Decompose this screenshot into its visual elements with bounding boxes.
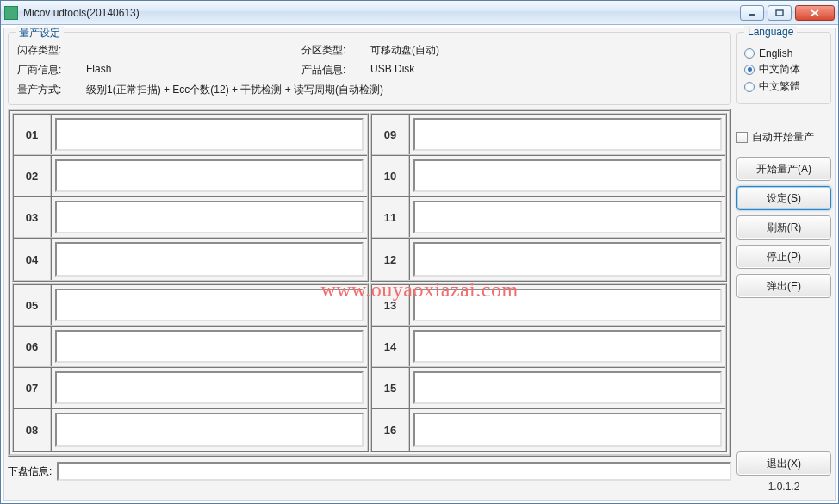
language-legend: Language [744, 26, 797, 38]
app-window: Micov udtools(20140613) 量产设定 闪存类型: 分 [0, 0, 839, 504]
slot-body [413, 289, 722, 321]
slot-number: 07 [14, 368, 52, 408]
slot-07[interactable]: 07 [14, 368, 367, 409]
slot-number: 06 [14, 327, 52, 366]
slot-11[interactable]: 11 [372, 197, 725, 239]
slot-number: 16 [372, 409, 410, 451]
lang-option-simplified[interactable]: 中文简体 [744, 62, 823, 77]
slot-09[interactable]: 09 [372, 115, 725, 156]
slot-number: 05 [14, 285, 52, 325]
lang-option-traditional[interactable]: 中文繁體 [744, 79, 823, 94]
slot-body [55, 118, 364, 151]
slot-14[interactable]: 14 [372, 327, 725, 368]
flash-type-value [86, 43, 301, 58]
slot-body [55, 413, 364, 447]
settings-button[interactable]: 设定(S) [736, 186, 831, 210]
eject-button[interactable]: 弹出(E) [736, 274, 831, 298]
slot-number: 10 [372, 156, 410, 196]
slot-body [413, 413, 722, 447]
minimize-button[interactable] [740, 5, 764, 21]
radio-icon [744, 48, 755, 59]
slots-grid: 01 02 03 04 09 10 11 12 05 06 [8, 109, 731, 457]
slot-body [413, 201, 722, 233]
slot-body [55, 371, 364, 404]
lang-option-label: 中文繁體 [759, 79, 800, 94]
refresh-button[interactable]: 刷新(R) [736, 215, 831, 240]
slot-15[interactable]: 15 [372, 368, 725, 409]
lang-option-label: English [759, 47, 792, 59]
product-label: 产品信息: [301, 63, 370, 78]
slot-body [413, 371, 722, 404]
slot-08[interactable]: 08 [14, 409, 367, 451]
partition-type-label: 分区类型: [301, 43, 370, 58]
slot-02[interactable]: 02 [14, 156, 367, 197]
checkbox-icon [736, 132, 748, 143]
settings-legend: 量产设定 [16, 26, 64, 40]
auto-start-label: 自动开始量产 [752, 130, 814, 145]
app-icon [4, 6, 18, 20]
slot-body [413, 159, 722, 192]
version-label: 1.0.1.2 [736, 481, 831, 496]
slot-03[interactable]: 03 [14, 197, 367, 239]
slot-body [413, 330, 722, 363]
slot-05[interactable]: 05 [14, 285, 367, 327]
language-group: Language English 中文简体 中文繁體 [736, 32, 831, 104]
product-value: USB Disk [370, 63, 414, 78]
slot-number: 14 [372, 327, 410, 366]
production-settings-group: 量产设定 闪存类型: 分区类型: 可移动盘(自动) 厂商信息: Flash 产品… [8, 32, 731, 105]
slot-body [55, 201, 364, 233]
exit-button[interactable]: 退出(X) [736, 451, 831, 476]
auto-start-checkbox[interactable]: 自动开始量产 [736, 130, 831, 145]
flash-type-label: 闪存类型: [17, 43, 86, 58]
slot-number: 02 [14, 156, 52, 196]
slot-number: 03 [14, 197, 52, 237]
slot-number: 13 [372, 285, 410, 325]
lang-option-label: 中文简体 [759, 62, 800, 77]
radio-icon [744, 82, 755, 92]
vendor-value: Flash [86, 63, 301, 78]
radio-icon [744, 65, 755, 75]
slots-col-4: 13 14 15 16 [370, 283, 727, 452]
client-area: 量产设定 闪存类型: 分区类型: 可移动盘(自动) 厂商信息: Flash 产品… [3, 28, 836, 501]
svg-rect-1 [776, 10, 783, 16]
right-column: Language English 中文简体 中文繁體 自动开始量产 开始量 [736, 32, 831, 496]
slot-13[interactable]: 13 [372, 285, 725, 327]
slot-10[interactable]: 10 [372, 156, 725, 197]
start-button[interactable]: 开始量产(A) [736, 157, 831, 181]
slot-01[interactable]: 01 [14, 115, 367, 156]
bottom-info-row: 下盘信息: [8, 462, 731, 481]
slot-body [55, 289, 364, 321]
slot-number: 12 [372, 239, 410, 280]
slot-number: 04 [14, 239, 52, 280]
maximize-button[interactable] [768, 5, 792, 21]
window-title: Micov udtools(20140613) [23, 7, 740, 19]
stop-button[interactable]: 停止(P) [736, 245, 831, 269]
mode-label: 量产方式: [17, 83, 86, 97]
slot-number: 01 [14, 115, 52, 154]
mode-value: 级别1(正常扫描) + Ecc个数(12) + 干扰检测 + 读写周期(自动检测… [86, 83, 383, 97]
slot-number: 08 [14, 409, 52, 451]
slot-body [413, 118, 722, 151]
slot-body [413, 242, 722, 277]
bottom-info-label: 下盘信息: [8, 464, 52, 479]
slot-body [55, 159, 364, 192]
slots-col-2: 05 06 07 08 [12, 283, 369, 452]
slot-number: 11 [372, 197, 410, 237]
slot-16[interactable]: 16 [372, 409, 725, 451]
slots-col-1: 01 02 03 04 [12, 113, 369, 282]
slot-04[interactable]: 04 [14, 239, 367, 280]
left-column: 量产设定 闪存类型: 分区类型: 可移动盘(自动) 厂商信息: Flash 产品… [8, 32, 731, 496]
slot-12[interactable]: 12 [372, 239, 725, 280]
lang-option-english[interactable]: English [744, 47, 823, 59]
window-controls [740, 5, 835, 21]
vendor-label: 厂商信息: [17, 63, 86, 78]
slot-body [55, 242, 364, 277]
bottom-info-well [57, 462, 731, 481]
slot-number: 15 [372, 368, 410, 408]
slot-06[interactable]: 06 [14, 327, 367, 368]
slots-col-3: 09 10 11 12 [370, 113, 727, 282]
titlebar[interactable]: Micov udtools(20140613) [1, 1, 838, 25]
slot-number: 09 [372, 115, 410, 154]
partition-type-value: 可移动盘(自动) [370, 43, 439, 58]
close-button[interactable] [795, 5, 835, 21]
